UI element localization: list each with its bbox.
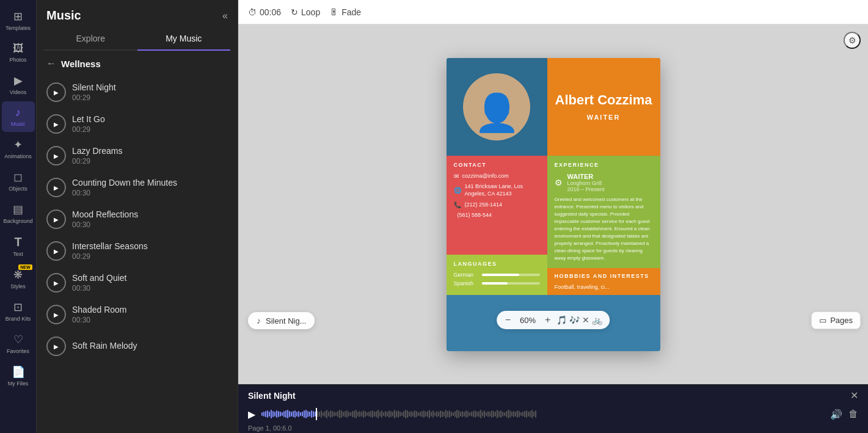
now-playing-bar[interactable]: ♪ Silent Nig... <box>248 312 315 329</box>
hobbies-text: Football, traveling, ci... <box>555 284 653 290</box>
language-item-spanish: Spanish <box>454 280 540 286</box>
back-button[interactable]: ← <box>46 58 56 69</box>
track-item[interactable]: ▶ Counting Down the Minutes 00:30 <box>42 172 233 203</box>
new-badge: NEW <box>18 264 32 270</box>
audio-close-button[interactable]: ✕ <box>850 390 858 401</box>
now-playing-label: Silent Nig... <box>266 316 306 326</box>
fade-icon: 🎚 <box>330 7 338 17</box>
text-icon: T <box>14 235 21 249</box>
track-info: Silent Night 00:29 <box>72 82 116 102</box>
pages-button[interactable]: ▭ Pages <box>811 311 861 329</box>
avatar: 👤 <box>463 73 530 140</box>
play-button[interactable]: ▶ <box>46 114 66 134</box>
track-name: Interstellar Seasons <box>72 241 148 251</box>
settings-gear-button[interactable]: ⚙ <box>844 32 861 49</box>
play-button[interactable]: ▶ <box>46 241 66 261</box>
sidebar-item-my-files[interactable]: 📄 My Files <box>2 360 35 391</box>
sidebar-item-photos[interactable]: 🖼 Photos <box>2 37 35 68</box>
experience-section: EXPERIENCE ⚙ WAITER Longhorn Grill 2016 … <box>547 156 660 268</box>
track-info: Interstellar Seasons 00:29 <box>72 241 148 261</box>
track-info: Shaded Room 00:30 <box>72 305 127 324</box>
sidebar-item-templates[interactable]: ⊞ Templates <box>2 5 35 36</box>
sidebar-item-brand-kits[interactable]: ⊡ Brand Kits <box>2 296 35 327</box>
track-item[interactable]: ▶ Let It Go 00:29 <box>42 108 233 140</box>
volume-icon[interactable]: 🔊 <box>830 409 842 420</box>
sidebar-item-videos[interactable]: ▶ Videos <box>2 69 35 100</box>
track-item[interactable]: ▶ Silent Night 00:29 <box>42 76 233 108</box>
sidebar-item-animations[interactable]: ✦ Animations <box>2 133 35 164</box>
track-duration: 00:29 <box>72 93 116 102</box>
loop-control[interactable]: ↻ Loop <box>291 7 320 17</box>
fade-control[interactable]: 🎚 Fade <box>330 7 361 17</box>
tab-my-music[interactable]: My Music <box>137 27 231 51</box>
bike-icon: 🚲 <box>592 315 602 325</box>
music-panel-title: Music <box>46 9 81 23</box>
my-files-icon: 📄 <box>12 365 25 379</box>
play-button[interactable]: ▶ <box>46 305 66 324</box>
styles-icon: ❋ <box>13 268 23 282</box>
sidebar-item-background[interactable]: ▤ Background <box>2 198 35 229</box>
waveform-played <box>261 405 316 423</box>
track-name: Counting Down the Minutes <box>72 178 177 187</box>
music-panel-header: Music « <box>37 0 238 27</box>
delete-icon[interactable]: 🗑 <box>848 409 858 420</box>
track-item[interactable]: ▶ Lazy Dreams 00:29 <box>42 140 233 172</box>
sidebar-item-text[interactable]: T Text <box>2 230 35 262</box>
exp-title-row: ⚙ WAITER Longhorn Grill 2016 – Present <box>555 173 653 192</box>
email-icon: ✉ <box>454 173 459 180</box>
languages-section: LANGUAGES German Spanish <box>447 255 547 295</box>
track-duration: 00:29 <box>72 252 148 261</box>
collapse-button[interactable]: « <box>222 10 228 21</box>
sidebar-item-favorites[interactable]: ♡ Favorites <box>2 328 35 359</box>
play-button[interactable]: ▶ <box>46 273 66 293</box>
zoom-in-button[interactable]: + <box>544 315 552 326</box>
sidebar-item-styles[interactable]: NEW ❋ Styles <box>2 263 35 294</box>
audio-track-title: Silent Night <box>248 391 296 401</box>
audio-top-row: Silent Night ✕ <box>248 390 858 401</box>
resume-bottom: CONTACT ✉ cozzima@info.com 🌐 141 Bricksa… <box>447 156 660 295</box>
track-name: Silent Night <box>72 82 116 92</box>
languages-title: LANGUAGES <box>454 261 540 267</box>
phone1-text: (212) 258-1414 <box>465 202 503 209</box>
phone2-text: (561) 588-544 <box>458 212 492 219</box>
track-name: Let It Go <box>72 114 105 124</box>
play-button[interactable]: ▶ <box>46 82 66 102</box>
track-duration: 00:29 <box>72 125 105 134</box>
zoom-out-button[interactable]: − <box>504 315 512 326</box>
sidebar-item-music[interactable]: ♪ Music <box>2 101 35 132</box>
hobbies-title: HOBBBIES AND INTERESTS <box>555 273 653 279</box>
email-text: cozzima@info.com <box>462 173 509 180</box>
audio-player: Silent Night ✕ ▶ 🔊 🗑 Page 1, 00:6.0 <box>238 384 868 433</box>
music-icon2: 🎶 <box>569 315 580 325</box>
track-item[interactable]: ▶ Mood Reflections 00:30 <box>42 203 233 235</box>
track-item[interactable]: ▶ Shaded Room 00:30 <box>42 299 233 330</box>
audio-play-button[interactable]: ▶ <box>248 409 255 420</box>
phone-icon: 📞 <box>454 202 461 208</box>
play-button[interactable]: ▶ <box>46 337 66 356</box>
track-info: Soft and Quiet 00:30 <box>72 273 127 293</box>
sidebar-item-objects[interactable]: ◻ Objects <box>2 166 35 197</box>
waveform[interactable] <box>261 405 824 423</box>
top-toolbar: ⏱ 00:06 ↻ Loop 🎚 Fade <box>238 0 868 24</box>
track-item[interactable]: ▶ Interstellar Seasons 00:29 <box>42 235 233 267</box>
track-item[interactable]: ▶ Soft Rain Melody <box>42 330 233 362</box>
contact-phone2: (561) 588-544 <box>454 212 540 219</box>
tab-explore[interactable]: Explore <box>44 27 137 51</box>
resume-name: Albert Cozzima <box>555 92 652 108</box>
clock-icon: ⏱ <box>248 7 257 17</box>
track-list: ▶ Silent Night 00:29 ▶ Let It Go 00:29 ▶… <box>37 74 238 433</box>
page-info: Page 1, 00:6.0 <box>248 424 858 432</box>
exp-description: Greeted and welcomed customers at the en… <box>555 196 653 262</box>
play-button[interactable]: ▶ <box>46 209 66 229</box>
templates-icon: ⊞ <box>13 10 23 23</box>
videos-icon: ▶ <box>14 74 23 87</box>
play-button[interactable]: ▶ <box>46 146 66 166</box>
language-item-german: German <box>454 272 540 278</box>
category-title: Wellness <box>61 59 101 69</box>
track-item[interactable]: ▶ Soft and Quiet 00:30 <box>42 267 233 299</box>
music-note-icon: ♪ <box>257 316 261 326</box>
resume-left: CONTACT ✉ cozzima@info.com 🌐 141 Bricksa… <box>447 156 547 295</box>
music-panel: Music « Explore My Music ← Wellness ▶ Si… <box>37 0 238 433</box>
play-button[interactable]: ▶ <box>46 178 66 197</box>
person-icon: 👤 <box>474 95 520 131</box>
